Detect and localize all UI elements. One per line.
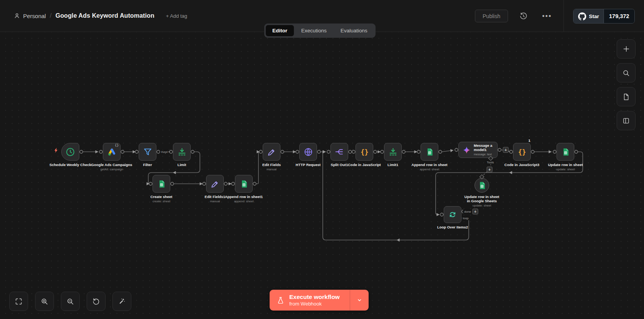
node-port[interactable] xyxy=(510,150,513,153)
node-port[interactable] xyxy=(455,148,458,151)
node-port[interactable] xyxy=(531,150,534,153)
node-port[interactable] xyxy=(281,150,284,153)
node-label: Append row in sheetappend: sheet xyxy=(399,163,460,171)
node-port[interactable] xyxy=(575,150,578,153)
node-port[interactable] xyxy=(231,182,235,185)
node-port[interactable] xyxy=(203,182,206,185)
add-node-button[interactable] xyxy=(617,39,636,59)
node-title: Message amodel1 xyxy=(474,144,492,152)
edge-label-kept: Kept xyxy=(160,150,169,154)
zoom-in-icon xyxy=(40,297,49,306)
node-create_sheet[interactable] xyxy=(153,175,170,193)
execute-workflow-button[interactable]: Execute workflow from Webhook xyxy=(270,290,369,311)
node-subtitle: message: text xyxy=(474,153,492,156)
node-limit[interactable] xyxy=(173,143,191,161)
connections-layer xyxy=(0,0,644,319)
node-label: Create sheetcreate: sheet xyxy=(131,195,192,203)
workflow-history-button[interactable] xyxy=(517,10,530,22)
node-splitout[interactable] xyxy=(330,143,348,161)
node-code_js3[interactable]: {}1 xyxy=(513,143,531,161)
node-port[interactable] xyxy=(417,150,420,153)
node-gads[interactable]: {} xyxy=(103,143,121,161)
node-edit_fields[interactable] xyxy=(263,143,280,161)
node-update_circle[interactable] xyxy=(475,178,489,193)
node-port[interactable] xyxy=(498,148,501,151)
globe-icon xyxy=(303,147,314,157)
node-port[interactable] xyxy=(135,150,138,153)
execute-options-button[interactable] xyxy=(350,290,369,311)
node-port[interactable] xyxy=(374,150,377,153)
node-port[interactable] xyxy=(157,150,160,153)
node-port[interactable] xyxy=(352,150,355,153)
node-edit_fields1[interactable] xyxy=(206,175,224,193)
zoom-in-button[interactable] xyxy=(35,292,54,311)
github-star-widget[interactable]: Star 179,372 xyxy=(573,9,635,24)
tab-editor[interactable]: Editor xyxy=(266,25,294,36)
node-badge: {} xyxy=(115,144,119,147)
tidy-up-button[interactable] xyxy=(112,292,131,311)
node-schedule[interactable] xyxy=(61,143,79,161)
node-port[interactable] xyxy=(259,150,262,153)
node-append[interactable] xyxy=(421,143,438,161)
editor-tabs: Editor Executions Evaluations xyxy=(264,24,376,38)
node-label: Code in JavaScript xyxy=(334,163,395,167)
node-port[interactable] xyxy=(191,150,194,153)
node-port[interactable] xyxy=(327,150,330,153)
node-port[interactable] xyxy=(440,213,443,216)
more-options-button[interactable]: ••• xyxy=(541,10,553,22)
zoom-out-button[interactable] xyxy=(61,292,80,311)
node-port[interactable] xyxy=(121,150,124,153)
chevron-down-icon xyxy=(356,297,363,304)
node-port[interactable] xyxy=(296,150,299,153)
node-label: Google Ads CampaignsgetAll: campaign xyxy=(81,163,143,171)
node-port[interactable] xyxy=(317,150,320,153)
node-code_js[interactable]: {} xyxy=(356,143,373,161)
limit-icon xyxy=(177,147,187,157)
node-port[interactable] xyxy=(439,150,442,153)
sheets-icon xyxy=(239,179,249,189)
node-port[interactable] xyxy=(80,150,83,153)
github-star-count[interactable]: 179,372 xyxy=(604,9,634,23)
breadcrumb-separator: / xyxy=(50,12,52,20)
tab-executions[interactable]: Executions xyxy=(295,25,333,36)
node-port[interactable] xyxy=(462,217,465,220)
search-button[interactable] xyxy=(617,63,636,82)
add-node-on-connection-button[interactable]: + xyxy=(473,209,478,215)
node-port[interactable] xyxy=(553,150,556,153)
tab-evaluations[interactable]: Evaluations xyxy=(334,25,374,36)
add-node-on-connection-button[interactable]: + xyxy=(503,147,509,153)
edge-loop-splitout xyxy=(323,152,469,240)
node-http[interactable] xyxy=(299,143,317,161)
fit-view-button[interactable] xyxy=(9,292,28,311)
github-star-button[interactable]: Star xyxy=(574,9,604,23)
toggle-panel-button[interactable] xyxy=(617,111,636,130)
svg-text:{}: {} xyxy=(518,148,526,156)
node-limit1[interactable] xyxy=(384,143,402,161)
node-port[interactable] xyxy=(99,150,102,153)
node-label: Limit xyxy=(151,163,213,167)
workflow-title[interactable]: Google Ads Keyword Automation xyxy=(55,12,154,19)
node-update_row[interactable] xyxy=(557,143,574,161)
publish-button[interactable]: Publish xyxy=(475,10,508,22)
node-loop[interactable] xyxy=(444,206,461,223)
node-port[interactable] xyxy=(253,182,256,185)
add-node-on-connection-button[interactable]: + xyxy=(487,167,493,173)
node-port[interactable] xyxy=(402,150,405,153)
node-port[interactable] xyxy=(169,150,173,153)
node-port[interactable] xyxy=(224,182,227,185)
sticky-note-button[interactable] xyxy=(617,87,636,106)
node-port[interactable] xyxy=(349,150,352,153)
node-port[interactable] xyxy=(171,182,174,185)
node-label: Split Out1 xyxy=(309,163,370,167)
add-tag-button[interactable]: + Add tag xyxy=(164,13,190,19)
clock-icon xyxy=(65,147,75,157)
node-filter[interactable] xyxy=(139,143,156,161)
node-port[interactable] xyxy=(462,210,465,213)
node-append1[interactable] xyxy=(235,175,253,193)
workflow-canvas[interactable]: Schedule Weekly Check{}Google Ads Campai… xyxy=(0,0,644,319)
project-breadcrumb[interactable]: Personal xyxy=(14,13,46,19)
reset-zoom-button[interactable] xyxy=(87,292,106,311)
node-port[interactable] xyxy=(149,182,152,185)
node-message[interactable]: Message amodel1message: text xyxy=(458,142,498,158)
node-port[interactable] xyxy=(381,150,384,153)
